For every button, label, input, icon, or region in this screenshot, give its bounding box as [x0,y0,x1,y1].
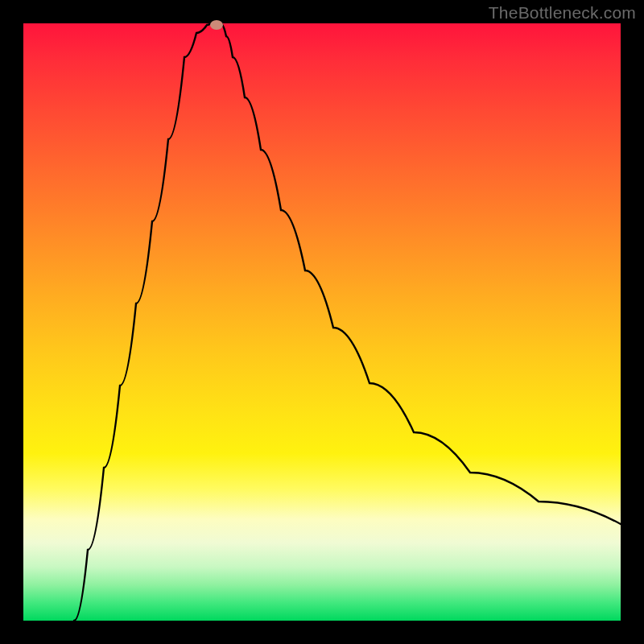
bottleneck-curve [23,23,621,621]
bottleneck-marker [210,20,223,30]
watermark-label: TheBottleneck.com [489,3,636,23]
chart-frame [23,23,621,621]
curve-right-branch [221,23,621,524]
plot-area [23,23,621,621]
curve-left-branch [74,23,211,621]
